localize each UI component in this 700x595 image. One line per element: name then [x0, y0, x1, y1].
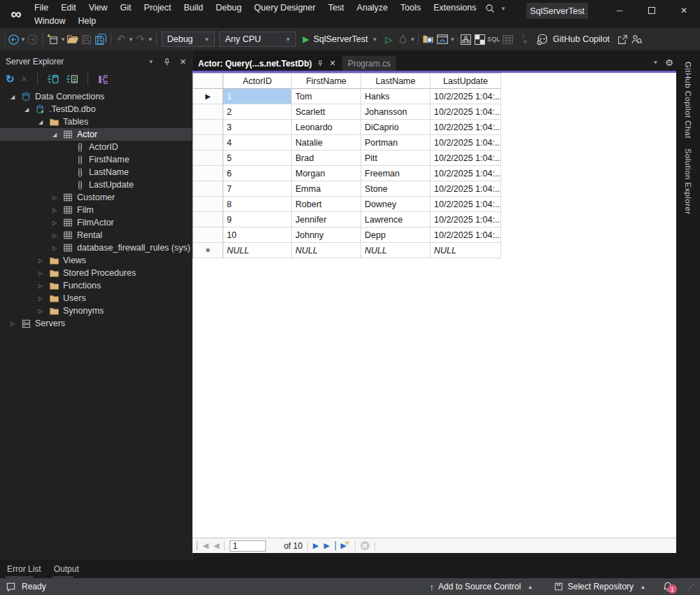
collapsed-arrow-icon[interactable]: ▷	[36, 295, 45, 302]
grid-cell[interactable]: 10/2/2025 1:04:...	[430, 166, 501, 181]
collapsed-arrow-icon[interactable]: ▷	[50, 207, 59, 214]
grid-cell[interactable]: 8	[223, 197, 292, 212]
grid-cell[interactable]: 9	[223, 212, 292, 227]
grid-cell[interactable]: Freeman	[361, 166, 430, 181]
close-button[interactable]: ✕	[668, 0, 700, 21]
tree-item-actor[interactable]: ◢Actor	[0, 128, 192, 141]
grid-cell[interactable]: 10/2/2025 1:04:...	[430, 150, 501, 166]
collapsed-arrow-icon[interactable]: ▷	[36, 270, 45, 276]
first-page-icon[interactable]: ▏◀	[197, 541, 209, 550]
menu-item-edit[interactable]: Edit	[55, 2, 83, 13]
show-criteria-pane-icon[interactable]	[472, 31, 486, 48]
expanded-arrow-icon[interactable]: ◢	[22, 106, 31, 113]
collapsed-arrow-icon[interactable]: ▷	[50, 245, 59, 251]
solution-platform-select[interactable]: Any CPU▼	[219, 31, 296, 47]
start-debugging-button[interactable]: ▶ SqlServerTest ▼	[298, 34, 382, 44]
grid-cell[interactable]: 10/2/2025 1:04:...	[430, 120, 501, 135]
grid-cell-null[interactable]: NULL	[361, 243, 430, 258]
tree-item-testdb-dbo[interactable]: ◢.TestDb.dbo	[0, 103, 192, 115]
find-in-files-icon[interactable]	[421, 31, 435, 48]
grid-cell[interactable]: Pitt	[361, 150, 430, 166]
grid-cell[interactable]: Morgan	[292, 166, 361, 181]
collapsed-arrow-icon[interactable]: ▷	[36, 258, 45, 264]
tree-item-data-connections[interactable]: ◢Data Connections	[0, 90, 192, 103]
tab-list-caret-icon[interactable]: ▼	[652, 59, 658, 66]
tree-item-servers[interactable]: ▷Servers	[0, 317, 192, 330]
tree-item-views[interactable]: ▷Views	[0, 254, 192, 267]
open-file-icon[interactable]	[66, 31, 80, 48]
grid-cell[interactable]: 4	[223, 135, 292, 150]
feedback-search-box[interactable]: SqlServerTest	[526, 3, 588, 19]
side-tab-solution-explorer[interactable]: Solution Explorer	[684, 148, 692, 214]
feedback-icon[interactable]	[6, 582, 16, 592]
collapsed-arrow-icon[interactable]: ▷	[36, 283, 45, 289]
grid-cell[interactable]: 10/2/2025 1:04:...	[430, 181, 501, 197]
grid-cell-null[interactable]: NULL	[223, 243, 292, 258]
row-selector[interactable]	[193, 166, 223, 181]
repository-caret-icon[interactable]: ▲	[640, 584, 645, 589]
notifications-button[interactable]: 1	[662, 581, 675, 592]
menu-item-test[interactable]: Test	[322, 2, 351, 13]
show-diagram-pane-icon[interactable]	[458, 31, 472, 48]
tab-options-gear-icon[interactable]: ⚙	[665, 57, 673, 68]
grid-cell[interactable]: 10	[223, 227, 292, 243]
solution-configuration-select[interactable]: Debug▼	[162, 31, 216, 47]
grid-cell[interactable]: 10/2/2025 1:04:...	[430, 212, 501, 227]
tree-item-tables[interactable]: ◢Tables	[0, 115, 192, 128]
redo-caret-icon[interactable]: ▼	[148, 36, 153, 43]
tab-close-icon[interactable]: ✕	[329, 59, 335, 68]
pin-icon[interactable]	[162, 57, 172, 66]
connect-to-server-icon[interactable]	[66, 73, 78, 85]
undo-caret-icon[interactable]: ▼	[128, 36, 134, 43]
add-to-source-control-button[interactable]: Add to Source Control	[438, 582, 521, 592]
tab-pin-icon[interactable]	[316, 59, 324, 67]
grid-cell[interactable]: Leonardo	[292, 120, 361, 135]
row-selector[interactable]	[193, 181, 223, 197]
grid-cell[interactable]: Jennifer	[292, 212, 361, 227]
collapsed-arrow-icon[interactable]: ▷	[50, 195, 59, 201]
panel-close-icon[interactable]: ✕	[180, 57, 186, 66]
ask-copilot-icon[interactable]	[629, 31, 643, 48]
toolbar-overflow-icon[interactable]: ⦙⦙▼	[522, 34, 528, 45]
refresh-icon[interactable]: ↻	[6, 73, 15, 85]
toolbar-drag-handle[interactable]: ⦙⦙	[4, 34, 5, 45]
show-sql-pane-icon[interactable]: SQL	[486, 31, 501, 48]
home-window-icon[interactable]	[435, 31, 449, 48]
grid-cell[interactable]: 5	[223, 150, 292, 166]
grid-cell[interactable]: Natalie	[292, 135, 361, 150]
panel-tab-error-list[interactable]: Error List	[6, 563, 43, 575]
hot-reload-caret-icon[interactable]: ▼	[410, 36, 415, 43]
resize-grip-icon[interactable]: ⋰	[687, 583, 694, 591]
row-selector[interactable]	[193, 104, 223, 120]
new-project-icon[interactable]	[46, 31, 60, 48]
grid-cell[interactable]: Stone	[361, 181, 430, 197]
grid-cell[interactable]: 6	[223, 166, 292, 181]
grid-cell[interactable]: 10/2/2025 1:04:...	[430, 89, 501, 104]
move-to-new-row-icon[interactable]: ▶✳	[340, 541, 349, 550]
row-selector[interactable]	[193, 212, 223, 227]
grid-cell[interactable]: 10/2/2025 1:04:...	[430, 227, 501, 243]
menu-item-query-designer[interactable]: Query Designer	[248, 2, 322, 13]
grid-cell[interactable]: 10/2/2025 1:04:...	[430, 104, 501, 120]
search-icon[interactable]	[485, 4, 495, 13]
column-header-lastname[interactable]: LastName	[361, 74, 430, 89]
tree-item-actorid[interactable]: ActorID	[0, 141, 192, 153]
menu-item-debug[interactable]: Debug	[209, 2, 248, 13]
tree-item-rental[interactable]: ▷Rental	[0, 229, 192, 241]
new-project-caret-icon[interactable]: ▼	[60, 36, 66, 43]
tree-item-database-firewall-rules-sys[interactable]: ▷database_firewall_rules (sys)	[0, 241, 192, 254]
column-header-lastupdate[interactable]: LastUpdate	[430, 74, 501, 89]
save-all-icon[interactable]	[94, 31, 108, 48]
row-selector[interactable]: ▶	[193, 89, 223, 104]
last-page-icon[interactable]: ▶▕	[324, 541, 336, 550]
tree-item-stored-procedures[interactable]: ▷Stored Procedures	[0, 267, 192, 279]
grid-cell-null[interactable]: NULL	[430, 243, 501, 258]
start-without-debugging-icon[interactable]: ▷	[382, 31, 396, 48]
grid-cell[interactable]: Downey	[361, 197, 430, 212]
minimize-button[interactable]: ─	[603, 0, 636, 21]
grid-cell[interactable]: Emma	[292, 181, 361, 197]
collapsed-arrow-icon[interactable]: ▷	[50, 232, 59, 239]
row-selector[interactable]	[193, 135, 223, 150]
row-selector[interactable]	[193, 120, 223, 135]
grid-cell[interactable]: Hanks	[361, 89, 430, 104]
